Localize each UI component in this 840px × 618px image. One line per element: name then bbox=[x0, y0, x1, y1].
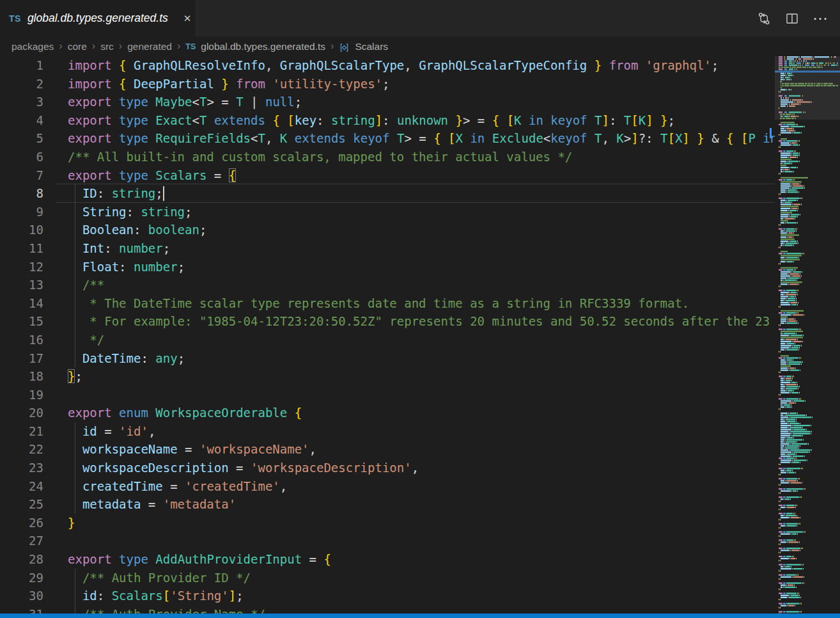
line-number[interactable]: 23 bbox=[0, 459, 68, 477]
code-line[interactable]: 9 String: string; bbox=[0, 203, 775, 221]
code-line-content: export type Maybe<T> = T | null; bbox=[68, 93, 775, 111]
code-line[interactable]: 14 * The DateTime scalar type represents… bbox=[0, 294, 775, 313]
line-number[interactable]: 5 bbox=[0, 129, 68, 148]
editor-actions: ⋯ bbox=[754, 0, 840, 36]
breadcrumb-separator: › bbox=[59, 40, 62, 52]
line-number[interactable]: 20 bbox=[0, 404, 68, 422]
line-number[interactable]: 14 bbox=[0, 294, 68, 313]
code-line[interactable]: 2import { DeepPartial } from 'utility-ty… bbox=[0, 75, 775, 93]
line-number[interactable]: 28 bbox=[0, 550, 68, 569]
line-number[interactable]: 9 bbox=[0, 203, 68, 221]
indent-guide bbox=[75, 331, 75, 349]
line-number[interactable]: 8 bbox=[0, 184, 68, 203]
code-line-content: export enum WorkspaceOrderable { bbox=[68, 404, 775, 422]
tab-global-db-types[interactable]: TS global.db.types.generated.ts ✕ bbox=[0, 0, 195, 36]
line-number[interactable]: 29 bbox=[0, 569, 68, 587]
code-line[interactable]: 25 metadata = 'metadata' bbox=[0, 495, 775, 514]
line-number[interactable]: 19 bbox=[0, 386, 68, 404]
indent-guide bbox=[75, 459, 75, 477]
line-number[interactable]: 11 bbox=[0, 239, 68, 258]
code-line[interactable]: 22 workspaceName = 'workspaceName', bbox=[0, 440, 775, 459]
indent-guide bbox=[75, 349, 75, 368]
breadcrumb-separator: › bbox=[177, 40, 180, 52]
code-line[interactable]: 8 ID: string; bbox=[0, 184, 775, 203]
breadcrumb-file[interactable]: global.db.types.generated.ts bbox=[201, 41, 325, 52]
code-line[interactable]: 10 Boolean: boolean; bbox=[0, 221, 775, 239]
code-line[interactable]: 12 Float: number; bbox=[0, 258, 775, 276]
more-actions-icon[interactable]: ⋯ bbox=[811, 9, 830, 28]
code-line-content: } bbox=[68, 514, 775, 532]
line-number[interactable]: 7 bbox=[0, 166, 68, 185]
line-number[interactable]: 25 bbox=[0, 495, 68, 514]
breadcrumb-item-packages[interactable]: packages bbox=[12, 41, 54, 52]
line-number[interactable]: 2 bbox=[0, 75, 68, 93]
close-tab-icon[interactable]: ✕ bbox=[181, 12, 194, 26]
indent-guide bbox=[75, 239, 75, 258]
code-line[interactable]: 30 id: Scalars['String']; bbox=[0, 587, 775, 605]
code-line[interactable]: 5export type RequireFields<T, K extends … bbox=[0, 129, 775, 148]
code-line[interactable]: 4export type Exact<T extends { [key: str… bbox=[0, 111, 775, 130]
line-number[interactable]: 13 bbox=[0, 276, 68, 294]
split-editor-icon[interactable] bbox=[782, 9, 802, 28]
code-line[interactable]: 21 id = 'id', bbox=[0, 422, 775, 441]
code-line-content: * The DateTime scalar type represents da… bbox=[68, 294, 775, 313]
line-number[interactable]: 3 bbox=[0, 93, 68, 111]
breadcrumb-item-core[interactable]: core bbox=[68, 41, 87, 52]
indent-guide bbox=[75, 221, 75, 239]
breadcrumb-item-generated[interactable]: generated bbox=[127, 41, 172, 52]
line-number[interactable]: 6 bbox=[0, 148, 68, 166]
code-line[interactable]: 27 bbox=[0, 532, 775, 550]
code-line[interactable]: 28export type AddAuthProviderInput = { bbox=[0, 550, 775, 569]
code-line[interactable]: 6/** All built-in and custom scalars, ma… bbox=[0, 148, 775, 166]
code-line[interactable]: 1import { GraphQLResolveInfo, GraphQLSca… bbox=[0, 56, 775, 75]
indent-guide bbox=[75, 495, 75, 514]
indent-guide bbox=[75, 276, 75, 294]
line-number[interactable]: 1 bbox=[0, 56, 68, 75]
breadcrumb-item-src[interactable]: src bbox=[100, 41, 114, 52]
matched-bracket: } bbox=[68, 369, 75, 383]
line-number[interactable]: 26 bbox=[0, 514, 68, 532]
breadcrumb-symbol[interactable]: Scalars bbox=[355, 41, 388, 52]
code-editor[interactable]: 1import { GraphQLResolveInfo, GraphQLSca… bbox=[0, 56, 775, 618]
code-line[interactable]: 7export type Scalars = { bbox=[0, 166, 775, 185]
line-number[interactable]: 15 bbox=[0, 312, 68, 331]
code-line-content: id = 'id', bbox=[68, 422, 775, 441]
indent-guide bbox=[75, 477, 75, 496]
code-line[interactable]: 26} bbox=[0, 514, 775, 532]
line-number[interactable]: 16 bbox=[0, 331, 68, 349]
line-number[interactable]: 18 bbox=[0, 367, 68, 386]
line-number[interactable]: 27 bbox=[0, 532, 68, 550]
code-line[interactable]: 19 bbox=[0, 386, 775, 404]
code-line[interactable]: 24 createdTime = 'createdTime', bbox=[0, 477, 775, 496]
line-number[interactable]: 17 bbox=[0, 349, 68, 368]
minimap[interactable] bbox=[775, 56, 840, 618]
open-changes-icon[interactable] bbox=[754, 9, 774, 28]
code-line-content: export type Scalars = { bbox=[68, 166, 775, 185]
symbol-object-icon bbox=[339, 42, 350, 53]
line-number[interactable]: 21 bbox=[0, 422, 68, 441]
code-line[interactable]: 11 Int: number; bbox=[0, 239, 775, 258]
code-line[interactable]: 15 * For example: "1985-04-12T23:20:50.5… bbox=[0, 312, 775, 331]
breadcrumb-separator: › bbox=[331, 40, 334, 52]
code-line[interactable]: 23 workspaceDescription = 'workspaceDesc… bbox=[0, 459, 775, 477]
matched-bracket: { bbox=[229, 168, 236, 182]
code-line[interactable]: 18}; bbox=[0, 367, 775, 386]
code-line[interactable]: 3export type Maybe<T> = T | null; bbox=[0, 93, 775, 111]
code-line[interactable]: 20export enum WorkspaceOrderable { bbox=[0, 404, 775, 422]
code-line-content: export type AddAuthProviderInput = { bbox=[68, 550, 775, 569]
code-line[interactable]: 29 /** Auth Provider ID */ bbox=[0, 569, 775, 587]
code-line[interactable]: 16 */ bbox=[0, 331, 775, 349]
code-line-content: export type Exact<T extends { [key: stri… bbox=[68, 111, 775, 130]
line-number[interactable]: 10 bbox=[0, 221, 68, 239]
line-number[interactable]: 22 bbox=[0, 440, 68, 459]
line-number[interactable]: 4 bbox=[0, 111, 68, 130]
code-line-content bbox=[68, 386, 775, 404]
line-number[interactable]: 12 bbox=[0, 258, 68, 276]
code-line[interactable]: 17 DateTime: any; bbox=[0, 349, 775, 368]
minimap-canvas[interactable] bbox=[775, 56, 840, 618]
line-number[interactable]: 24 bbox=[0, 477, 68, 496]
bottom-accent-bar bbox=[0, 614, 840, 618]
code-line[interactable]: 13 /** bbox=[0, 276, 775, 294]
line-number[interactable]: 30 bbox=[0, 587, 68, 605]
indent-guide bbox=[75, 569, 75, 587]
